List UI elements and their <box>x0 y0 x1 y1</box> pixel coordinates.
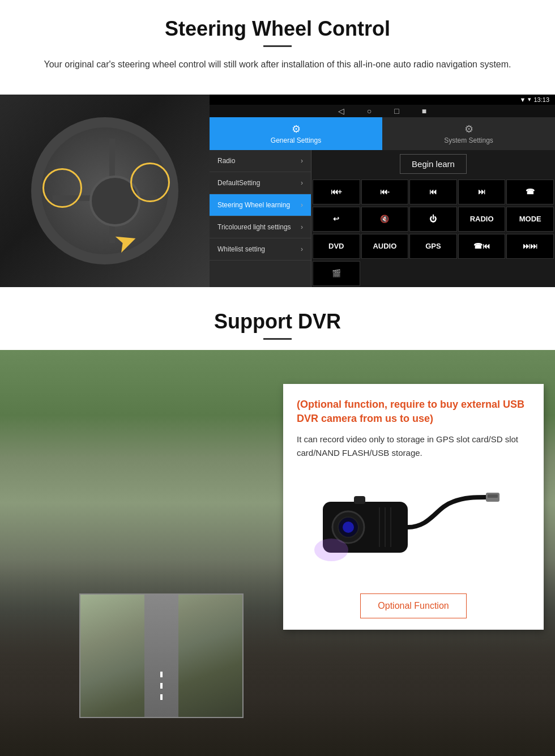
ctrl-radio[interactable]: RADIO <box>458 207 506 232</box>
menu-item-steering-wheel[interactable]: Steering Wheel learning › <box>210 194 311 216</box>
android-nav-bar: ◁ ○ □ ■ <box>210 105 555 117</box>
section-description: Your original car's steering wheel contr… <box>34 57 521 72</box>
status-icons: ▼ ▾ 13:13 <box>520 96 549 103</box>
dvr-title: Support DVR <box>23 310 532 334</box>
steering-section: Steering Wheel Control Your original car… <box>0 0 555 95</box>
chevron-icon: › <box>301 245 303 253</box>
signal-icon: ▼ <box>520 96 526 103</box>
begin-learn-button[interactable]: Begin learn <box>400 154 467 174</box>
chevron-icon: › <box>301 201 303 209</box>
ctrl-camera[interactable]: 🎬 <box>313 261 360 286</box>
ctrl-next[interactable]: ⏭ <box>458 180 506 204</box>
system-icon: ⚙ <box>386 123 552 135</box>
ctrl-phone[interactable]: ☎ <box>506 180 554 204</box>
dvr-camera-preview <box>79 593 244 718</box>
ctrl-mode[interactable]: MODE <box>506 207 554 232</box>
settings-content: Radio › DefaultSetting › Steering Wheel … <box>210 150 555 287</box>
tab-general-label: General Settings <box>271 136 321 144</box>
menu-item-default[interactable]: DefaultSetting › <box>210 172 311 194</box>
recents-nav-icon[interactable]: □ <box>394 106 399 116</box>
ctrl-skip-next[interactable]: ⏭⏭ <box>506 234 554 259</box>
dvr-optional-text: (Optional function, require to buy exter… <box>297 398 530 426</box>
home-nav-icon[interactable]: ○ <box>367 106 372 116</box>
settings-menu: Radio › DefaultSetting › Steering Wheel … <box>210 150 311 287</box>
menu-item-tricoloured[interactable]: Tricoloured light settings › <box>210 216 311 238</box>
wifi-icon: ▾ <box>528 96 531 103</box>
chevron-icon: › <box>301 223 303 231</box>
menu-tricoloured-label: Tricoloured light settings <box>217 223 291 231</box>
ctrl-vol-up[interactable]: ⏮+ <box>313 180 360 204</box>
back-nav-icon[interactable]: ◁ <box>338 106 344 116</box>
dvr-divider <box>263 338 292 340</box>
clock: 13:13 <box>533 96 549 103</box>
control-buttons-row2: ↩ 🔇 ⏻ RADIO MODE <box>311 206 555 233</box>
menu-item-radio[interactable]: Radio › <box>210 150 311 172</box>
steering-demo-container: ▼ ▾ 13:13 ◁ ○ □ ■ ⚙ General Settings ⚙ S… <box>0 95 555 287</box>
dvr-background: (Optional function, require to buy exter… <box>0 350 555 756</box>
menu-steering-label: Steering Wheel learning <box>217 201 290 209</box>
controls-panel: Begin learn ⏮+ ⏮- ⏮ ⏭ ☎ ↩ 🔇 ⏻ RADIO MODE <box>311 150 555 287</box>
menu-nav-icon[interactable]: ■ <box>422 106 426 116</box>
dvr-description: It can record video only to storage in G… <box>297 433 530 460</box>
svg-point-10 <box>314 539 348 561</box>
steering-circle-left <box>42 168 82 208</box>
menu-default-label: DefaultSetting <box>217 179 260 187</box>
ctrl-phone-prev[interactable]: ☎⏮ <box>458 234 506 259</box>
chevron-icon: › <box>301 179 303 187</box>
ctrl-prev[interactable]: ⏮ <box>409 180 457 204</box>
begin-learn-row: Begin learn <box>311 150 555 178</box>
tab-system-label: System Settings <box>444 136 493 144</box>
steering-photo <box>0 95 210 287</box>
svg-rect-7 <box>354 496 365 504</box>
chevron-icon: › <box>301 157 303 165</box>
optional-function-button[interactable]: Optional Function <box>360 593 466 618</box>
android-panel: ▼ ▾ 13:13 ◁ ○ □ ■ ⚙ General Settings ⚙ S… <box>210 95 555 287</box>
control-buttons-row4: 🎬 <box>311 260 555 287</box>
dvr-camera-svg <box>306 473 521 575</box>
gear-icon: ⚙ <box>213 123 379 135</box>
ctrl-vol-down[interactable]: ⏮- <box>361 180 409 204</box>
tab-system-settings[interactable]: ⚙ System Settings <box>382 117 555 150</box>
tab-general-settings[interactable]: ⚙ General Settings <box>210 117 382 150</box>
ctrl-mute[interactable]: 🔇 <box>361 207 409 232</box>
svg-rect-9 <box>488 494 498 498</box>
ctrl-gps[interactable]: GPS <box>409 234 457 259</box>
dvr-section: Support DVR (Optional function, require … <box>0 287 555 756</box>
arrow-icon <box>113 219 170 253</box>
menu-whitelist-label: Whitelist setting <box>217 245 265 253</box>
settings-tabs: ⚙ General Settings ⚙ System Settings <box>210 117 555 150</box>
dvr-camera-image <box>297 469 530 582</box>
dvr-title-area: Support DVR <box>0 287 555 340</box>
dvr-info-card: (Optional function, require to buy exter… <box>283 384 544 630</box>
ctrl-power[interactable]: ⏻ <box>409 207 457 232</box>
ctrl-audio[interactable]: AUDIO <box>361 234 409 259</box>
ctrl-hang[interactable]: ↩ <box>313 207 360 232</box>
ctrl-dvd[interactable]: DVD <box>313 234 360 259</box>
page-title: Steering Wheel Control <box>23 17 532 41</box>
svg-point-3 <box>343 522 354 533</box>
title-divider <box>263 45 292 47</box>
menu-radio-label: Radio <box>217 157 235 165</box>
menu-item-whitelist[interactable]: Whitelist setting › <box>210 238 311 260</box>
control-buttons-row1: ⏮+ ⏮- ⏮ ⏭ ☎ <box>311 178 555 206</box>
control-buttons-row3: DVD AUDIO GPS ☎⏮ ⏭⏭ <box>311 233 555 260</box>
steering-circle-right <box>130 163 170 202</box>
android-statusbar: ▼ ▾ 13:13 <box>210 95 555 105</box>
